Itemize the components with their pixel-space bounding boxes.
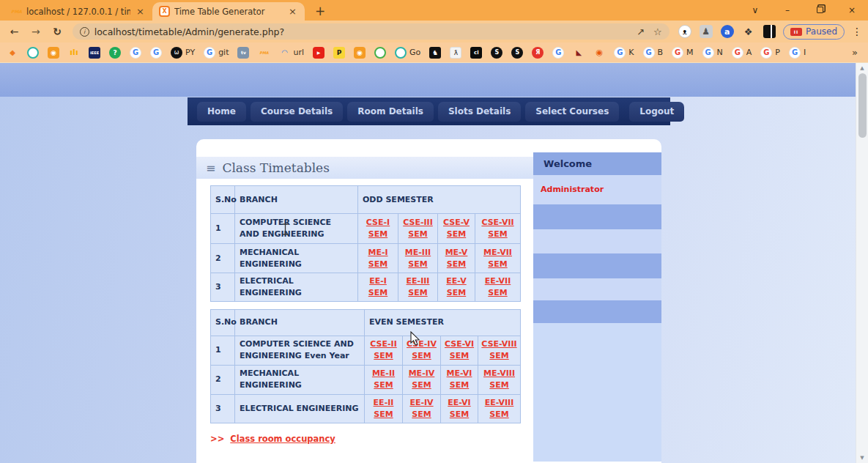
close-button[interactable]: × [836, 5, 868, 15]
url-text[interactable]: localhost/timetable/Admin/generate.php? [94, 26, 637, 37]
bookmark-item[interactable]: G A [732, 47, 752, 59]
sem-link[interactable]: ME-II SEM [372, 368, 395, 390]
nav-button[interactable]: Slots Details [438, 102, 521, 122]
restore-button[interactable] [804, 5, 836, 15]
sem-link[interactable]: CSE-II SEM [370, 339, 396, 360]
bookmark-item[interactable]: ◉ [354, 47, 366, 59]
tab-close-icon[interactable]: × [135, 6, 146, 17]
scroll-up-icon[interactable]: ▲ [860, 63, 864, 73]
bookmark-item[interactable]: ◉ [48, 47, 59, 59]
sem-link[interactable]: ME-IV SEM [409, 368, 435, 390]
sem-link[interactable]: CSE-VI SEM [445, 339, 474, 360]
nav-button[interactable]: Course Details [251, 102, 343, 122]
scrollbar-thumb[interactable] [858, 73, 867, 138]
sem-link[interactable]: EE-VII SEM [485, 276, 511, 297]
nav-button[interactable]: Select Courses [525, 102, 619, 122]
sem-link-cell: EE-V SEM [438, 273, 475, 302]
sem-link[interactable]: EE-VIII SEM [485, 398, 514, 419]
classroom-occupancy-link[interactable]: Class room occupancy [230, 434, 335, 444]
bookmark-item[interactable]: ◣ [573, 47, 585, 59]
bookmark-item[interactable]: ılı [68, 47, 80, 59]
bookmark-item[interactable]: G M [672, 47, 694, 59]
bookmark-item[interactable]: cl [470, 47, 482, 59]
bookmark-item[interactable]: ♞ [429, 47, 441, 59]
bookmark-item[interactable]: IEEE [89, 47, 100, 59]
col-header-branch: BRANCH [235, 309, 365, 336]
bookmark-item[interactable]: Go [395, 47, 420, 59]
bookmark-item[interactable]: G K [614, 47, 634, 59]
browser-tab-timetable[interactable]: X Time Table Generator × [152, 2, 305, 21]
forward-icon[interactable]: → [27, 26, 44, 37]
tab-search-icon[interactable]: ∨ [739, 5, 771, 15]
page-scrollbar[interactable]: ▲ ▼ [856, 63, 868, 463]
bookmark-item[interactable]: ? [109, 47, 121, 59]
bookmark-item[interactable]: G I [789, 47, 806, 59]
bookmark-item[interactable]: ƛ [450, 47, 461, 59]
sem-link[interactable]: ME-I SEM [368, 248, 387, 269]
sem-link[interactable]: ME-V SEM [445, 248, 468, 269]
bookmark-item[interactable]: S [511, 47, 523, 59]
bookmark-item[interactable]: G [150, 47, 162, 59]
bookmark-item[interactable]: PMA [258, 47, 270, 59]
bookmark-item[interactable]: P [333, 47, 345, 59]
main-column: ≡ Class Timetables S.No BRANCH ODD SEMES… [196, 139, 533, 444]
browser-menu-icon[interactable]: ⋮ [852, 26, 862, 37]
sem-link[interactable]: EE-III SEM [407, 276, 430, 297]
tab-close-icon[interactable]: × [287, 6, 298, 17]
share-icon[interactable]: ↗ [637, 26, 645, 37]
sem-link[interactable]: EE-IV SEM [409, 398, 433, 419]
sem-link[interactable]: ME-VII SEM [483, 248, 512, 269]
sem-link[interactable]: EE-I SEM [368, 276, 387, 297]
sem-link[interactable]: EE-II SEM [374, 398, 394, 419]
a-extension-icon[interactable]: a [721, 25, 734, 38]
address-bar[interactable]: i localhost/timetable/Admin/generate.php… [73, 23, 669, 40]
bookmark-item[interactable] [374, 47, 386, 59]
bookmark-item[interactable]: G [552, 47, 564, 59]
sem-link[interactable]: CSE-VIII SEM [481, 339, 516, 360]
bookmark-item[interactable] [27, 47, 39, 59]
reload-icon[interactable]: ↻ [48, 26, 65, 37]
bookmark-item[interactable]: G N [702, 47, 723, 59]
profile-avatar[interactable] [763, 25, 776, 38]
bookmark-item[interactable]: G git [204, 47, 229, 59]
sem-link[interactable]: EE-VI SEM [448, 398, 470, 419]
browser-tab-phpmyadmin[interactable]: PMA localhost / 127.0.0.1 / timetable × [4, 2, 152, 21]
person-extension-icon[interactable]: ♟ [700, 25, 713, 38]
sem-link[interactable]: CSE-V SEM [443, 218, 470, 239]
scroll-down-icon[interactable]: ▼ [860, 453, 864, 463]
bookmark-item[interactable]: ◆ [7, 47, 18, 59]
sem-link[interactable]: CSE-VII SEM [481, 218, 513, 239]
panda-extension-icon[interactable]: ᴥ [678, 25, 691, 38]
site-info-icon[interactable]: i [80, 27, 89, 37]
adblock-paused-pill[interactable]: II Paused [783, 24, 845, 40]
minimize-button[interactable]: – [771, 5, 804, 15]
back-icon[interactable]: ← [6, 26, 23, 37]
sem-link-cell: CSE-I SEM [358, 214, 398, 244]
nav-button[interactable]: Logout [629, 102, 684, 122]
nav-button[interactable]: Home [197, 102, 246, 122]
sem-link[interactable]: EE-V SEM [446, 276, 466, 297]
bookmark-star-icon[interactable]: ☆ [653, 26, 662, 37]
bookmark-item[interactable]: ◉ [593, 47, 605, 59]
new-tab-button[interactable]: + [315, 4, 325, 18]
bookmark-item[interactable]: ◠ url [278, 47, 304, 59]
bookmark-label: P [775, 48, 780, 57]
sem-link[interactable]: CSE-IV SEM [407, 339, 437, 360]
nav-button[interactable]: Room Details [347, 102, 434, 122]
sem-link[interactable]: CSE-I SEM [366, 218, 390, 239]
sem-link[interactable]: ME-VI SEM [447, 368, 472, 390]
sem-link[interactable]: CSE-III SEM [403, 218, 433, 239]
sem-link[interactable]: ME-VIII SEM [483, 368, 515, 390]
bookmark-item[interactable]: Я [532, 47, 544, 59]
puzzle-extension-icon[interactable]: ❖ [742, 25, 755, 38]
sem-link[interactable]: ME-III SEM [405, 248, 431, 269]
bookmark-item[interactable]: G B [643, 47, 664, 59]
bookmark-item[interactable]: G [130, 47, 141, 59]
bookmark-item[interactable]: ▶ [313, 47, 324, 59]
bookmark-item[interactable]: tv [237, 47, 249, 59]
bookmarks-overflow-icon[interactable]: » [852, 42, 858, 63]
bookmark-item[interactable]: ω PY [171, 47, 195, 59]
bookmark-item[interactable]: G P [760, 47, 780, 59]
hamburger-icon[interactable]: ≡ [206, 161, 215, 175]
bookmark-item[interactable]: S [491, 47, 502, 59]
